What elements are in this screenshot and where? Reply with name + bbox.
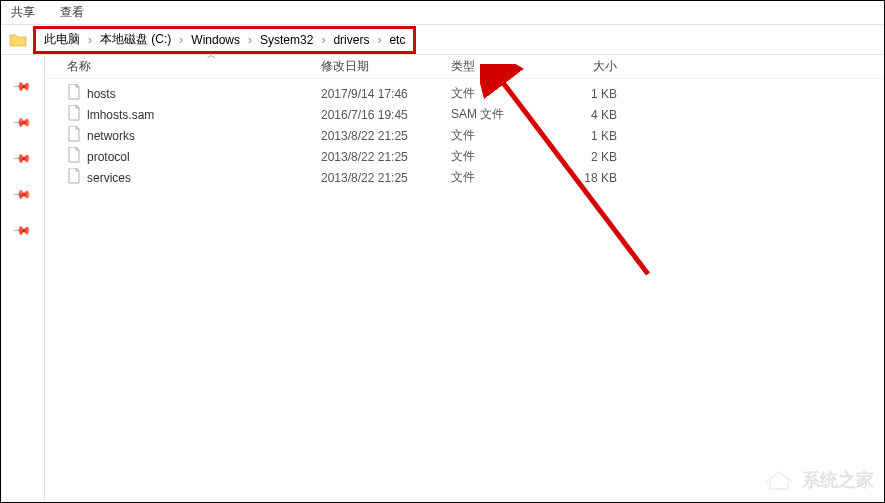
file-date: 2013/8/22 21:25 xyxy=(321,171,451,185)
pin-icon[interactable]: 📌 xyxy=(12,76,33,97)
toolbar: 共享 查看 xyxy=(1,1,884,25)
watermark-text: 系统之家 xyxy=(802,468,874,492)
folder-icon xyxy=(9,32,27,48)
column-headers: 名称 ︿ 修改日期 类型 大小 xyxy=(45,55,884,79)
chevron-right-icon: › xyxy=(317,33,329,47)
file-list: hosts2017/9/14 17:46文件1 KBlmhosts.sam201… xyxy=(45,79,884,188)
file-name: protocol xyxy=(87,150,130,164)
crumb-drivers[interactable]: drivers xyxy=(333,33,369,47)
file-size: 1 KB xyxy=(551,87,641,101)
breadcrumb-bar: 此电脑 › 本地磁盘 (C:) › Windows › System32 › d… xyxy=(1,25,884,55)
header-date[interactable]: 修改日期 xyxy=(321,58,451,75)
file-name: networks xyxy=(87,129,135,143)
file-type: 文件 xyxy=(451,85,551,102)
pin-icon[interactable]: 📌 xyxy=(12,220,33,241)
toolbar-view[interactable]: 查看 xyxy=(60,4,84,21)
chevron-right-icon: › xyxy=(373,33,385,47)
file-type: 文件 xyxy=(451,148,551,165)
file-icon xyxy=(67,147,81,166)
header-name-label: 名称 xyxy=(67,59,91,73)
file-type: SAM 文件 xyxy=(451,106,551,123)
file-name: services xyxy=(87,171,131,185)
file-row[interactable]: hosts2017/9/14 17:46文件1 KB xyxy=(45,83,884,104)
file-icon xyxy=(67,126,81,145)
file-type: 文件 xyxy=(451,127,551,144)
sort-asc-icon: ︿ xyxy=(207,49,216,62)
header-type[interactable]: 类型 xyxy=(451,58,551,75)
watermark: 系统之家 xyxy=(762,468,874,492)
breadcrumb[interactable]: 此电脑 › 本地磁盘 (C:) › Windows › System32 › d… xyxy=(33,26,416,54)
file-row[interactable]: protocol2013/8/22 21:25文件2 KB xyxy=(45,146,884,167)
chevron-right-icon: › xyxy=(84,33,96,47)
pin-icon[interactable]: 📌 xyxy=(12,184,33,205)
pin-icon[interactable]: 📌 xyxy=(12,112,33,133)
file-row[interactable]: services2013/8/22 21:25文件18 KB xyxy=(45,167,884,188)
crumb-etc[interactable]: etc xyxy=(389,33,405,47)
quick-access-sidebar: 📌 📌 📌 📌 📌 xyxy=(1,55,45,502)
chevron-right-icon: › xyxy=(175,33,187,47)
crumb-this-pc[interactable]: 此电脑 xyxy=(44,31,80,48)
file-row[interactable]: networks2013/8/22 21:25文件1 KB xyxy=(45,125,884,146)
header-size[interactable]: 大小 xyxy=(551,58,641,75)
file-list-pane: 名称 ︿ 修改日期 类型 大小 hosts2017/9/14 17:46文件1 … xyxy=(45,55,884,502)
file-size: 18 KB xyxy=(551,171,641,185)
file-date: 2016/7/16 19:45 xyxy=(321,108,451,122)
file-date: 2017/9/14 17:46 xyxy=(321,87,451,101)
file-icon xyxy=(67,105,81,124)
file-date: 2013/8/22 21:25 xyxy=(321,129,451,143)
header-name[interactable]: 名称 ︿ xyxy=(67,58,321,75)
file-date: 2013/8/22 21:25 xyxy=(321,150,451,164)
file-type: 文件 xyxy=(451,169,551,186)
crumb-drive-c[interactable]: 本地磁盘 (C:) xyxy=(100,31,171,48)
file-icon xyxy=(67,84,81,103)
file-size: 1 KB xyxy=(551,129,641,143)
file-size: 2 KB xyxy=(551,150,641,164)
crumb-system32[interactable]: System32 xyxy=(260,33,313,47)
file-icon xyxy=(67,168,81,187)
file-row[interactable]: lmhosts.sam2016/7/16 19:45SAM 文件4 KB xyxy=(45,104,884,125)
file-name: lmhosts.sam xyxy=(87,108,154,122)
house-icon xyxy=(762,468,796,492)
file-name: hosts xyxy=(87,87,116,101)
file-size: 4 KB xyxy=(551,108,641,122)
chevron-right-icon: › xyxy=(244,33,256,47)
pin-icon[interactable]: 📌 xyxy=(12,148,33,169)
toolbar-share[interactable]: 共享 xyxy=(11,4,35,21)
crumb-windows[interactable]: Windows xyxy=(191,33,240,47)
